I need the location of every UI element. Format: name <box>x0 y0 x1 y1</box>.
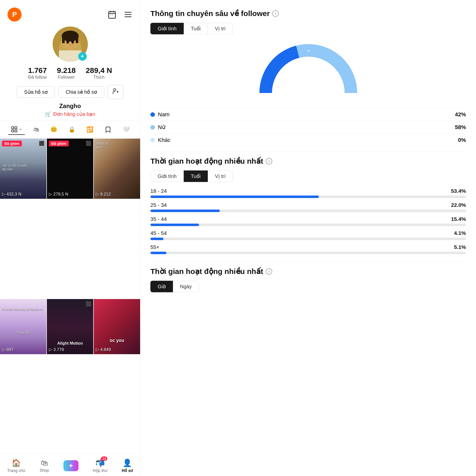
tab-liked[interactable]: 🤍 <box>120 125 132 134</box>
svg-rect-26 <box>15 130 17 132</box>
views-6: ▷ 4.849 <box>96 347 111 352</box>
tab-grid[interactable] <box>8 124 25 135</box>
tab-gioi-tinh[interactable]: Giới tính <box>150 23 184 34</box>
stat-likes: 289,4 N Thích <box>86 66 112 80</box>
create-icon: + <box>63 460 78 471</box>
dot-khac <box>150 138 155 142</box>
bar-track-2 <box>150 224 466 226</box>
nav-home[interactable]: 🏠 Trang chủ <box>7 458 26 473</box>
menu-icon[interactable] <box>124 10 133 19</box>
video-cell-1[interactable]: Đã ghim ⬛ các cx đã có tuổiđội lắm ▷ 432… <box>0 139 46 199</box>
dot-nu <box>150 125 155 130</box>
tab-vi-tri[interactable]: Vị trí <box>208 23 233 34</box>
nav-create[interactable]: + <box>63 460 78 471</box>
nav-profile[interactable]: 👤 Hồ sơ <box>122 458 133 473</box>
views-1: ▷ 432,3 N <box>2 192 21 197</box>
svg-rect-15 <box>62 36 65 43</box>
bar-track-1 <box>150 210 466 212</box>
bar-fill-1 <box>150 210 220 212</box>
age-pct-1: 22.0% <box>451 202 466 208</box>
bar-45-54: 45 - 54 4.1% <box>150 230 466 240</box>
save-icon-2: ⬛ <box>86 141 91 146</box>
likes-label: Thích <box>86 75 112 80</box>
activity-tab-tuoi[interactable]: Tuổi <box>184 170 208 182</box>
activity2-tab-gio[interactable]: Giờ <box>150 281 173 292</box>
top-icons <box>108 10 133 19</box>
label-khac: Khác <box>158 137 170 143</box>
donut-chart <box>150 40 466 101</box>
activity-tab-gioi-tinh[interactable]: Giới tính <box>150 170 184 182</box>
legend-nu: Nữ 58% <box>150 121 466 134</box>
likes-count: 289,4 N <box>86 66 112 75</box>
activity2-section-title: Thời gian hoạt động nhiều nhất i <box>150 267 466 276</box>
shop-icon: 🛍 <box>41 459 48 467</box>
bar-track-4 <box>150 252 466 254</box>
bar-track-3 <box>150 238 466 240</box>
edit-profile-button[interactable]: Sửa hồ sơ <box>17 86 55 98</box>
views-3: ▷ 8.212 <box>96 192 111 197</box>
activity-tab-vi-tri[interactable]: Vị trí <box>208 170 233 182</box>
home-label: Trang chủ <box>7 468 26 473</box>
activity2-info-icon[interactable]: i <box>266 268 272 275</box>
nav-shop[interactable]: 🛍 Shop <box>40 459 49 473</box>
order-label: Đơn hàng của bạn <box>53 111 95 117</box>
overlay-text-6: oc you <box>109 337 125 344</box>
age-pct-3: 4.1% <box>454 230 466 236</box>
video-cell-4[interactable]: tô muốn mua búp bê barbie.co Your oc! ▷ … <box>0 299 46 354</box>
overlay-text-1: các cx đã có tuổiđội lắm <box>1 163 28 172</box>
views-2: ▷ 278,5 N <box>49 192 68 197</box>
profile-icon: 👤 <box>123 458 132 467</box>
svg-point-17 <box>66 41 69 44</box>
bar-fill-4 <box>150 252 166 254</box>
age-pct-4: 5.1% <box>454 244 466 250</box>
content-tabs: 🛍 😊 🔒 🔁 🤍 <box>0 121 140 139</box>
video-cell-2[interactable]: Đã ghim ⬛ ▷ 278,5 N <box>47 139 93 199</box>
follow-count: 1.767 <box>28 66 47 75</box>
tab-saved[interactable] <box>102 125 114 135</box>
bar-fill-0 <box>150 196 319 198</box>
pct-khac: 0% <box>458 137 466 143</box>
nav-inbox[interactable]: 📬 13 Hộp thư <box>93 458 107 473</box>
add-friend-button[interactable] <box>108 85 123 99</box>
left-panel: P <box>0 0 140 476</box>
video-cell-6[interactable]: oc you ▷ 4.849 <box>94 299 140 354</box>
calendar-icon[interactable] <box>108 10 117 19</box>
activity2-tab-ngay[interactable]: Ngày <box>173 281 199 292</box>
video-cell-3[interactable]: tiktok từb v? ▷ 8.212 <box>94 139 140 199</box>
add-photo-button[interactable]: + <box>78 52 87 61</box>
bar-fill-3 <box>150 238 163 240</box>
inbox-label: Hộp thư <box>93 468 107 473</box>
activity2-tab-group: Giờ Ngày <box>150 281 466 292</box>
legend-nam: Nam 42% <box>150 108 466 121</box>
save-icon-1: ⬛ <box>39 141 44 146</box>
tab-shop[interactable]: 🛍 <box>31 125 42 134</box>
tab-lock[interactable]: 🔒 <box>66 125 78 134</box>
top-bar: P <box>0 0 140 24</box>
svg-rect-25 <box>12 130 14 132</box>
tab-sticker[interactable]: 😊 <box>48 125 60 134</box>
share-profile-button[interactable]: Chia sẻ hồ sơ <box>58 86 104 98</box>
label-nu: Nữ <box>158 124 165 131</box>
tab-repost[interactable]: 🔁 <box>84 125 96 134</box>
video-cell-5[interactable]: ⬛ ▷ 3.778 Alight Motion <box>47 299 93 354</box>
views-5: ▷ 3.778 <box>49 347 64 352</box>
premium-badge: P <box>8 8 22 22</box>
svg-point-18 <box>71 41 74 44</box>
svg-rect-24 <box>15 127 17 129</box>
username: Zangho <box>59 103 81 110</box>
follow-label: Đã follow <box>28 75 47 80</box>
label-nam: Nam <box>158 111 169 118</box>
right-panel: Thông tin chuyên sâu về follower i Giới … <box>140 0 476 476</box>
video-grid: Đã ghim ⬛ các cx đã có tuổiđội lắm ▷ 432… <box>0 139 140 454</box>
stats-row: 1.767 Đã follow 9.218 Follower 289,4 N T… <box>28 66 112 80</box>
inbox-badge-wrap: 📬 13 <box>96 458 105 467</box>
tab-tuoi[interactable]: Tuổi <box>184 23 208 34</box>
divider-2 <box>150 262 466 262</box>
inbox-badge: 13 <box>101 456 107 461</box>
stat-follower: 9.218 Follower <box>57 66 76 80</box>
activity-info-icon[interactable]: i <box>266 158 272 164</box>
bar-55plus: 55+ 5.1% <box>150 244 466 254</box>
follower-info-icon[interactable]: i <box>272 10 279 17</box>
age-label-3: 45 - 54 <box>150 230 167 236</box>
overlay-text-5b: Alight Motion <box>47 340 93 347</box>
